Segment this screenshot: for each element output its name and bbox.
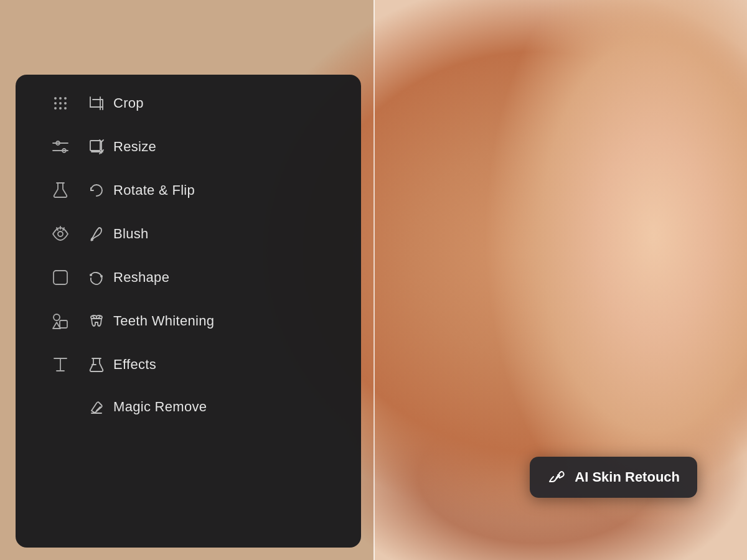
ai-badge-icon	[547, 468, 566, 487]
blush-label: Blush	[113, 226, 149, 242]
svg-point-19	[58, 231, 63, 236]
teeth-whitening-label: Teeth Whitening	[113, 313, 214, 329]
teeth-tool-icon	[88, 312, 105, 330]
grid-icon	[50, 93, 70, 113]
tool-crop[interactable]: Crop	[23, 82, 354, 124]
resize-label: Resize	[113, 139, 156, 155]
tool-teeth-whitening[interactable]: Teeth Whitening	[23, 300, 354, 342]
tool-rotate-flip[interactable]: Rotate & Flip	[23, 169, 354, 212]
magic-remove-label: Magic Remove	[113, 399, 207, 415]
ai-badge-label: AI Skin Retouch	[575, 469, 680, 485]
tool-reshape[interactable]: Reshape	[23, 256, 354, 299]
svg-point-5	[64, 102, 67, 105]
flask-icon	[50, 180, 70, 200]
svg-point-26	[100, 275, 103, 278]
resize-tool-icon	[88, 138, 105, 156]
svg-point-23	[91, 239, 93, 241]
text-icon	[50, 355, 70, 375]
svg-point-27	[54, 314, 60, 320]
before-after-divider	[374, 0, 375, 560]
svg-rect-15	[90, 141, 100, 151]
svg-point-3	[54, 102, 57, 105]
svg-point-0	[54, 97, 57, 100]
svg-point-6	[54, 107, 57, 110]
svg-rect-24	[54, 271, 67, 284]
ai-skin-retouch-badge[interactable]: AI Skin Retouch	[530, 457, 697, 498]
tool-resize[interactable]: Resize	[23, 126, 354, 168]
rotate-flip-label: Rotate & Flip	[113, 182, 195, 198]
crop-tool-icon	[88, 95, 105, 112]
svg-point-1	[59, 97, 62, 100]
sliders-icon	[50, 137, 70, 157]
effects-tool-icon	[88, 356, 105, 373]
crop-label: Crop	[113, 95, 144, 111]
effects-label: Effects	[113, 357, 156, 373]
frame-icon	[50, 268, 70, 287]
svg-point-2	[64, 97, 67, 100]
shapes-icon	[50, 311, 70, 331]
svg-point-7	[59, 107, 62, 110]
tools-panel: Crop Resize	[16, 75, 361, 548]
reshape-tool-icon	[88, 269, 105, 286]
svg-rect-28	[60, 320, 67, 328]
tool-blush[interactable]: Blush	[23, 213, 354, 255]
svg-point-8	[64, 107, 67, 110]
tool-magic-remove[interactable]: Magic Remove	[23, 387, 354, 427]
reshape-label: Reshape	[113, 269, 169, 286]
blush-tool-icon	[88, 225, 105, 243]
svg-point-25	[90, 274, 92, 276]
rotate-tool-icon	[88, 182, 105, 199]
svg-point-4	[59, 102, 62, 105]
magic-remove-tool-icon	[88, 398, 105, 416]
eye-icon	[50, 224, 70, 244]
tool-effects[interactable]: Effects	[23, 343, 354, 386]
